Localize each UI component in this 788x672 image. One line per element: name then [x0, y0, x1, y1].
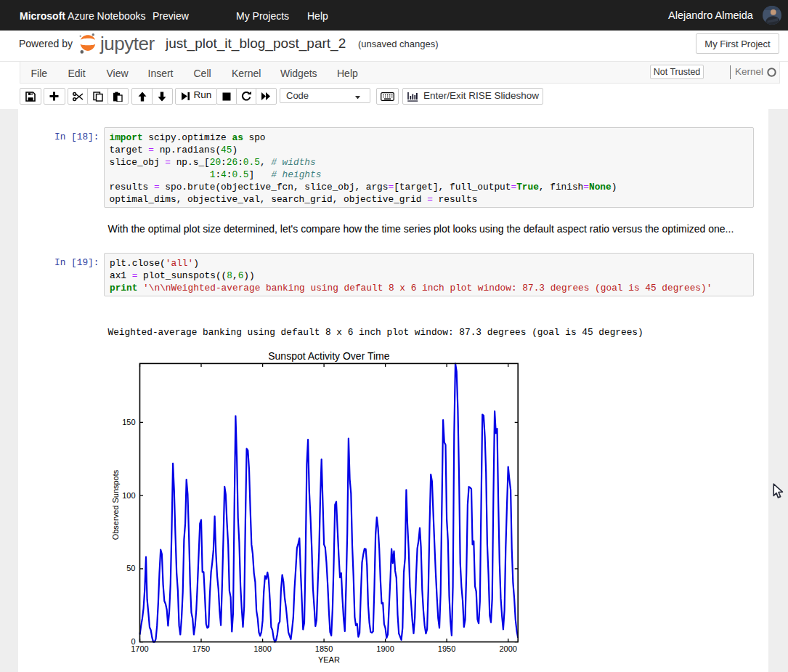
svg-text:1750: 1750 — [192, 644, 210, 653]
svg-text:Sunspot Activity Over Time: Sunspot Activity Over Time — [268, 350, 389, 362]
svg-text:1800: 1800 — [253, 644, 271, 653]
svg-text:YEAR: YEAR — [318, 655, 340, 664]
svg-text:1900: 1900 — [376, 644, 394, 653]
svg-text:150: 150 — [122, 418, 135, 426]
svg-text:1850: 1850 — [315, 644, 333, 653]
svg-text:0: 0 — [131, 637, 135, 646]
svg-text:Observed Sunspots: Observed Sunspots — [111, 469, 120, 540]
svg-text:2000: 2000 — [499, 644, 516, 653]
svg-text:1950: 1950 — [438, 644, 455, 653]
svg-text:50: 50 — [126, 564, 135, 572]
svg-text:100: 100 — [122, 491, 135, 500]
